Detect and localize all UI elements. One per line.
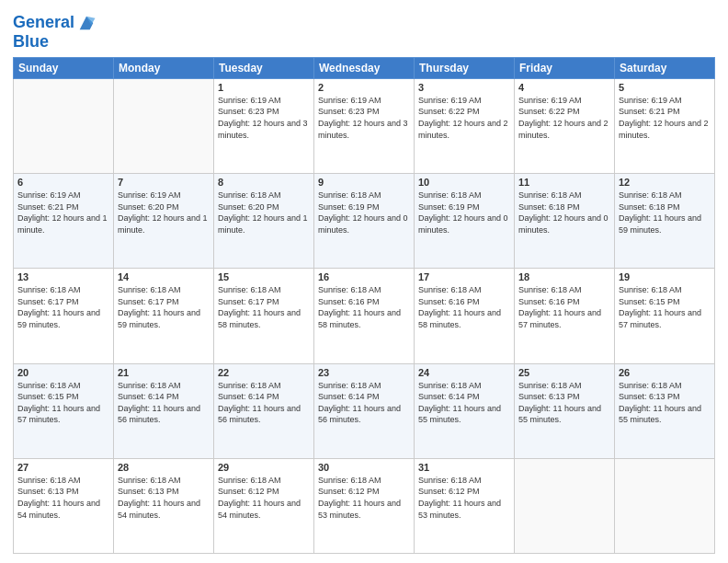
day-cell bbox=[515, 458, 615, 553]
day-cell bbox=[114, 78, 214, 173]
day-cell: 27Sunrise: 6:18 AM Sunset: 6:13 PM Dayli… bbox=[14, 458, 114, 553]
weekday-header-row: SundayMondayTuesdayWednesdayThursdayFrid… bbox=[14, 57, 715, 78]
day-number: 26 bbox=[619, 367, 711, 378]
day-number: 8 bbox=[218, 177, 310, 188]
day-cell: 6Sunrise: 6:19 AM Sunset: 6:21 PM Daylig… bbox=[14, 174, 114, 269]
weekday-header-monday: Monday bbox=[114, 57, 214, 78]
day-info: Sunrise: 6:18 AM Sunset: 6:13 PM Dayligh… bbox=[17, 475, 109, 521]
day-info: Sunrise: 6:18 AM Sunset: 6:13 PM Dayligh… bbox=[619, 380, 711, 426]
weekday-header-wednesday: Wednesday bbox=[314, 57, 415, 78]
day-cell: 16Sunrise: 6:18 AM Sunset: 6:16 PM Dayli… bbox=[314, 269, 415, 363]
day-info: Sunrise: 6:18 AM Sunset: 6:14 PM Dayligh… bbox=[118, 380, 210, 426]
day-info: Sunrise: 6:18 AM Sunset: 6:13 PM Dayligh… bbox=[118, 475, 210, 521]
day-info: Sunrise: 6:18 AM Sunset: 6:19 PM Dayligh… bbox=[318, 190, 410, 236]
day-info: Sunrise: 6:18 AM Sunset: 6:18 PM Dayligh… bbox=[518, 190, 610, 236]
weekday-header-friday: Friday bbox=[515, 57, 615, 78]
weekday-header-tuesday: Tuesday bbox=[214, 57, 314, 78]
day-info: Sunrise: 6:18 AM Sunset: 6:17 PM Dayligh… bbox=[118, 284, 210, 330]
day-info: Sunrise: 6:18 AM Sunset: 6:14 PM Dayligh… bbox=[318, 380, 410, 426]
day-info: Sunrise: 6:18 AM Sunset: 6:16 PM Dayligh… bbox=[318, 284, 410, 330]
day-number: 1 bbox=[218, 82, 310, 93]
day-number: 4 bbox=[518, 82, 610, 93]
week-row-1: 1Sunrise: 6:19 AM Sunset: 6:23 PM Daylig… bbox=[14, 78, 715, 173]
day-cell: 11Sunrise: 6:18 AM Sunset: 6:18 PM Dayli… bbox=[515, 174, 615, 269]
day-number: 18 bbox=[518, 271, 610, 282]
logo: General Blue bbox=[13, 13, 97, 52]
week-row-3: 13Sunrise: 6:18 AM Sunset: 6:17 PM Dayli… bbox=[14, 269, 715, 363]
day-number: 21 bbox=[118, 367, 210, 378]
day-cell: 5Sunrise: 6:19 AM Sunset: 6:21 PM Daylig… bbox=[615, 78, 715, 173]
day-cell bbox=[14, 78, 114, 173]
week-row-5: 27Sunrise: 6:18 AM Sunset: 6:13 PM Dayli… bbox=[14, 458, 715, 553]
day-cell: 13Sunrise: 6:18 AM Sunset: 6:17 PM Dayli… bbox=[14, 269, 114, 363]
day-number: 28 bbox=[118, 462, 210, 473]
day-cell: 28Sunrise: 6:18 AM Sunset: 6:13 PM Dayli… bbox=[114, 458, 214, 553]
day-info: Sunrise: 6:18 AM Sunset: 6:18 PM Dayligh… bbox=[619, 190, 711, 236]
day-cell: 8Sunrise: 6:18 AM Sunset: 6:20 PM Daylig… bbox=[214, 174, 314, 269]
day-cell: 30Sunrise: 6:18 AM Sunset: 6:12 PM Dayli… bbox=[314, 458, 415, 553]
day-number: 24 bbox=[418, 367, 510, 378]
day-number: 29 bbox=[218, 462, 310, 473]
day-number: 12 bbox=[619, 177, 711, 188]
day-number: 30 bbox=[318, 462, 410, 473]
day-cell: 29Sunrise: 6:18 AM Sunset: 6:12 PM Dayli… bbox=[214, 458, 314, 553]
weekday-header-saturday: Saturday bbox=[615, 57, 715, 78]
day-number: 6 bbox=[17, 177, 109, 188]
day-cell: 31Sunrise: 6:18 AM Sunset: 6:12 PM Dayli… bbox=[415, 458, 515, 553]
day-number: 31 bbox=[418, 462, 510, 473]
calendar-table: SundayMondayTuesdayWednesdayThursdayFrid… bbox=[13, 57, 715, 554]
day-info: Sunrise: 6:18 AM Sunset: 6:17 PM Dayligh… bbox=[17, 284, 109, 330]
week-row-4: 20Sunrise: 6:18 AM Sunset: 6:15 PM Dayli… bbox=[14, 363, 715, 458]
day-number: 14 bbox=[118, 271, 210, 282]
day-info: Sunrise: 6:18 AM Sunset: 6:16 PM Dayligh… bbox=[418, 284, 510, 330]
day-cell: 12Sunrise: 6:18 AM Sunset: 6:18 PM Dayli… bbox=[615, 174, 715, 269]
day-cell: 1Sunrise: 6:19 AM Sunset: 6:23 PM Daylig… bbox=[214, 78, 314, 173]
day-cell: 2Sunrise: 6:19 AM Sunset: 6:23 PM Daylig… bbox=[314, 78, 415, 173]
day-info: Sunrise: 6:18 AM Sunset: 6:17 PM Dayligh… bbox=[218, 284, 310, 330]
day-info: Sunrise: 6:18 AM Sunset: 6:12 PM Dayligh… bbox=[418, 475, 510, 521]
day-cell: 25Sunrise: 6:18 AM Sunset: 6:13 PM Dayli… bbox=[515, 363, 615, 458]
day-number: 17 bbox=[418, 271, 510, 282]
day-cell: 23Sunrise: 6:18 AM Sunset: 6:14 PM Dayli… bbox=[314, 363, 415, 458]
day-info: Sunrise: 6:18 AM Sunset: 6:12 PM Dayligh… bbox=[218, 475, 310, 521]
day-cell: 24Sunrise: 6:18 AM Sunset: 6:14 PM Dayli… bbox=[415, 363, 515, 458]
weekday-header-thursday: Thursday bbox=[415, 57, 515, 78]
day-info: Sunrise: 6:18 AM Sunset: 6:15 PM Dayligh… bbox=[17, 380, 109, 426]
day-cell: 26Sunrise: 6:18 AM Sunset: 6:13 PM Dayli… bbox=[615, 363, 715, 458]
day-number: 11 bbox=[518, 177, 610, 188]
day-cell: 3Sunrise: 6:19 AM Sunset: 6:22 PM Daylig… bbox=[415, 78, 515, 173]
day-number: 9 bbox=[318, 177, 410, 188]
day-info: Sunrise: 6:18 AM Sunset: 6:16 PM Dayligh… bbox=[518, 284, 610, 330]
day-cell: 7Sunrise: 6:19 AM Sunset: 6:20 PM Daylig… bbox=[114, 174, 214, 269]
day-info: Sunrise: 6:19 AM Sunset: 6:20 PM Dayligh… bbox=[118, 190, 210, 236]
header: General Blue bbox=[13, 9, 715, 52]
day-cell: 20Sunrise: 6:18 AM Sunset: 6:15 PM Dayli… bbox=[14, 363, 114, 458]
day-number: 5 bbox=[619, 82, 711, 93]
day-info: Sunrise: 6:19 AM Sunset: 6:21 PM Dayligh… bbox=[17, 190, 109, 236]
day-info: Sunrise: 6:19 AM Sunset: 6:21 PM Dayligh… bbox=[619, 95, 711, 141]
day-cell: 22Sunrise: 6:18 AM Sunset: 6:14 PM Dayli… bbox=[214, 363, 314, 458]
week-row-2: 6Sunrise: 6:19 AM Sunset: 6:21 PM Daylig… bbox=[14, 174, 715, 269]
day-number: 27 bbox=[17, 462, 109, 473]
logo-text: General bbox=[13, 14, 74, 32]
day-info: Sunrise: 6:19 AM Sunset: 6:23 PM Dayligh… bbox=[218, 95, 310, 141]
day-info: Sunrise: 6:19 AM Sunset: 6:22 PM Dayligh… bbox=[518, 95, 610, 141]
weekday-header-sunday: Sunday bbox=[14, 57, 114, 78]
day-number: 16 bbox=[318, 271, 410, 282]
day-cell: 17Sunrise: 6:18 AM Sunset: 6:16 PM Dayli… bbox=[415, 269, 515, 363]
day-cell: 9Sunrise: 6:18 AM Sunset: 6:19 PM Daylig… bbox=[314, 174, 415, 269]
day-number: 23 bbox=[318, 367, 410, 378]
day-number: 20 bbox=[17, 367, 109, 378]
day-number: 25 bbox=[518, 367, 610, 378]
day-info: Sunrise: 6:18 AM Sunset: 6:14 PM Dayligh… bbox=[418, 380, 510, 426]
day-cell bbox=[615, 458, 715, 553]
day-cell: 10Sunrise: 6:18 AM Sunset: 6:19 PM Dayli… bbox=[415, 174, 515, 269]
day-cell: 21Sunrise: 6:18 AM Sunset: 6:14 PM Dayli… bbox=[114, 363, 214, 458]
day-info: Sunrise: 6:18 AM Sunset: 6:14 PM Dayligh… bbox=[218, 380, 310, 426]
day-info: Sunrise: 6:19 AM Sunset: 6:22 PM Dayligh… bbox=[418, 95, 510, 141]
day-number: 13 bbox=[17, 271, 109, 282]
day-cell: 14Sunrise: 6:18 AM Sunset: 6:17 PM Dayli… bbox=[114, 269, 214, 363]
day-info: Sunrise: 6:18 AM Sunset: 6:20 PM Dayligh… bbox=[218, 190, 310, 236]
day-cell: 4Sunrise: 6:19 AM Sunset: 6:22 PM Daylig… bbox=[515, 78, 615, 173]
day-number: 7 bbox=[118, 177, 210, 188]
